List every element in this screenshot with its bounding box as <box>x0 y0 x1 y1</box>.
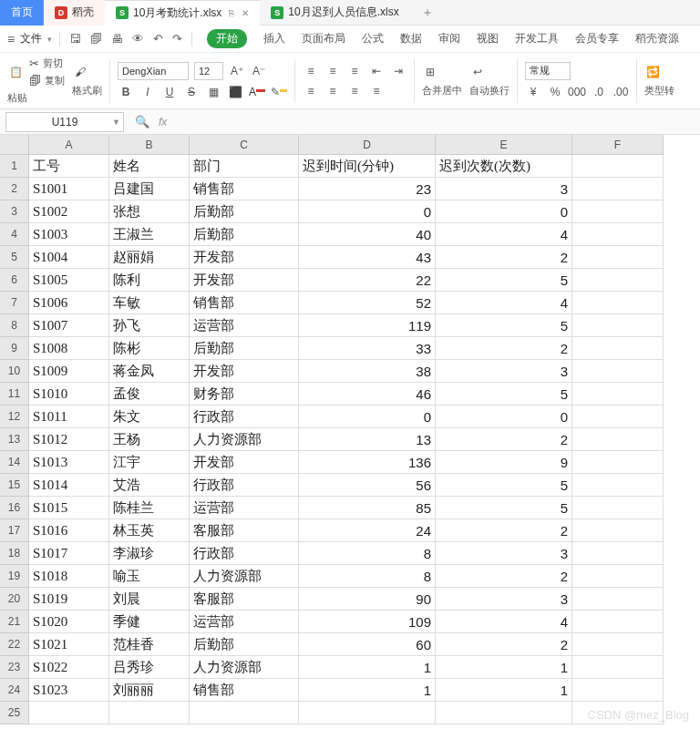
cell[interactable]: 8 <box>299 565 436 588</box>
cell[interactable]: 0 <box>299 406 436 428</box>
cell[interactable]: 陈利 <box>109 269 190 292</box>
menu-formula[interactable]: 公式 <box>362 31 384 46</box>
cell[interactable]: S1014 <box>29 474 109 497</box>
underline-button[interactable]: U <box>161 84 178 100</box>
cell[interactable] <box>299 702 436 724</box>
indent-dec-icon[interactable]: ⇤ <box>368 63 385 79</box>
cell[interactable]: 0 <box>436 406 572 428</box>
cell[interactable]: 2 <box>436 246 572 269</box>
cell[interactable]: 车敏 <box>109 292 190 314</box>
cell[interactable]: 开发部 <box>190 360 299 383</box>
cell[interactable]: S1016 <box>29 519 109 542</box>
row-header[interactable]: 25 <box>0 702 29 724</box>
fx-label[interactable]: fx <box>159 116 167 128</box>
align-left-icon[interactable]: ≡ <box>303 83 319 99</box>
cell[interactable]: S1012 <box>29 428 109 451</box>
cell[interactable] <box>572 223 664 246</box>
cell[interactable]: S1015 <box>29 497 109 519</box>
col-header[interactable]: A <box>29 135 109 155</box>
cell[interactable]: 行政部 <box>190 474 299 497</box>
fill-color-button[interactable]: ⬛ <box>227 84 243 100</box>
tab-options-icon[interactable]: ⎘ <box>229 8 234 18</box>
cell[interactable]: 运营部 <box>190 314 299 337</box>
cell[interactable]: 人力资源部 <box>190 656 299 679</box>
menu-daoke-res[interactable]: 稻壳资源 <box>635 31 679 46</box>
cell[interactable] <box>572 542 664 565</box>
cell[interactable] <box>572 314 664 337</box>
cell[interactable]: 90 <box>299 588 436 611</box>
cell[interactable] <box>29 702 109 724</box>
cell[interactable] <box>109 702 190 724</box>
cell[interactable]: 40 <box>299 223 436 246</box>
cell[interactable]: 孟俊 <box>109 383 190 406</box>
cell[interactable]: 销售部 <box>190 679 299 702</box>
cell[interactable]: S1005 <box>29 269 109 292</box>
cell[interactable]: 蒋金凤 <box>109 360 190 383</box>
cell[interactable]: S1022 <box>29 656 109 679</box>
cell[interactable]: 4 <box>436 223 572 246</box>
row-header[interactable]: 24 <box>0 679 29 702</box>
bold-button[interactable]: B <box>118 84 134 100</box>
cell[interactable] <box>572 451 664 474</box>
cell[interactable] <box>572 588 664 611</box>
redo-icon[interactable]: ↷ <box>170 32 184 46</box>
cell[interactable]: 人力资源部 <box>190 565 299 588</box>
tab-file-2[interactable]: S10月迟到人员信息.xlsx <box>260 0 409 26</box>
cell[interactable]: S1009 <box>29 360 109 383</box>
cell[interactable] <box>572 246 664 269</box>
cell[interactable]: S1002 <box>29 200 109 223</box>
cell[interactable]: 3 <box>436 360 572 383</box>
border-button[interactable]: ▦ <box>205 84 221 100</box>
row-header[interactable]: 3 <box>0 200 29 223</box>
italic-button[interactable]: I <box>139 84 156 100</box>
cell[interactable]: S1018 <box>29 565 109 588</box>
row-header[interactable]: 11 <box>0 383 29 406</box>
cell[interactable] <box>572 292 664 314</box>
row-header[interactable]: 7 <box>0 292 29 314</box>
cell[interactable] <box>572 497 664 519</box>
cell[interactable] <box>572 178 664 200</box>
file-menu[interactable]: 文件 <box>20 31 42 46</box>
cell[interactable] <box>572 656 664 679</box>
cell[interactable] <box>572 565 664 588</box>
cell[interactable]: 1 <box>436 679 572 702</box>
cell[interactable] <box>572 474 664 497</box>
cell[interactable] <box>436 702 572 724</box>
row-header[interactable]: 2 <box>0 178 29 200</box>
cell[interactable]: 33 <box>299 337 436 360</box>
row-header[interactable]: 17 <box>0 519 29 542</box>
copy-button[interactable]: 🗐复制 <box>29 74 65 87</box>
cell[interactable]: 后勤部 <box>190 337 299 360</box>
cell[interactable]: 0 <box>299 200 436 223</box>
align-right-icon[interactable]: ≡ <box>346 83 363 99</box>
cell[interactable]: 张想 <box>109 200 190 223</box>
cell[interactable]: 2 <box>436 565 572 588</box>
cell[interactable]: 李淑珍 <box>109 542 190 565</box>
cell[interactable]: 王杨 <box>109 428 190 451</box>
row-header[interactable]: 18 <box>0 542 29 565</box>
cell[interactable]: 2 <box>436 428 572 451</box>
cell[interactable]: 23 <box>299 178 436 200</box>
cell[interactable]: S1004 <box>29 246 109 269</box>
row-header[interactable]: 13 <box>0 428 29 451</box>
cell[interactable]: S1001 <box>29 178 109 200</box>
row-header[interactable]: 10 <box>0 360 29 383</box>
tab-daoke[interactable]: D稻壳 <box>44 0 105 26</box>
row-header[interactable]: 15 <box>0 474 29 497</box>
merge-icon[interactable]: ⊞ <box>422 64 438 80</box>
align-center-icon[interactable]: ≡ <box>324 83 341 99</box>
col-header[interactable]: F <box>572 135 664 155</box>
save-as-icon[interactable]: 🗐 <box>88 32 104 46</box>
cell[interactable] <box>572 519 664 542</box>
cell[interactable] <box>572 406 664 428</box>
row-header[interactable]: 19 <box>0 565 29 588</box>
cell[interactable]: 姓名 <box>109 155 190 178</box>
cell[interactable]: 1 <box>436 656 572 679</box>
wrap-icon[interactable]: ↩ <box>469 64 486 80</box>
search-icon[interactable]: 🔍 <box>135 115 149 128</box>
col-header[interactable]: E <box>436 135 572 155</box>
row-header[interactable]: 16 <box>0 497 29 519</box>
cell[interactable]: 销售部 <box>190 292 299 314</box>
row-header[interactable]: 20 <box>0 588 29 611</box>
cell[interactable]: 迟到次数(次数) <box>436 155 572 178</box>
